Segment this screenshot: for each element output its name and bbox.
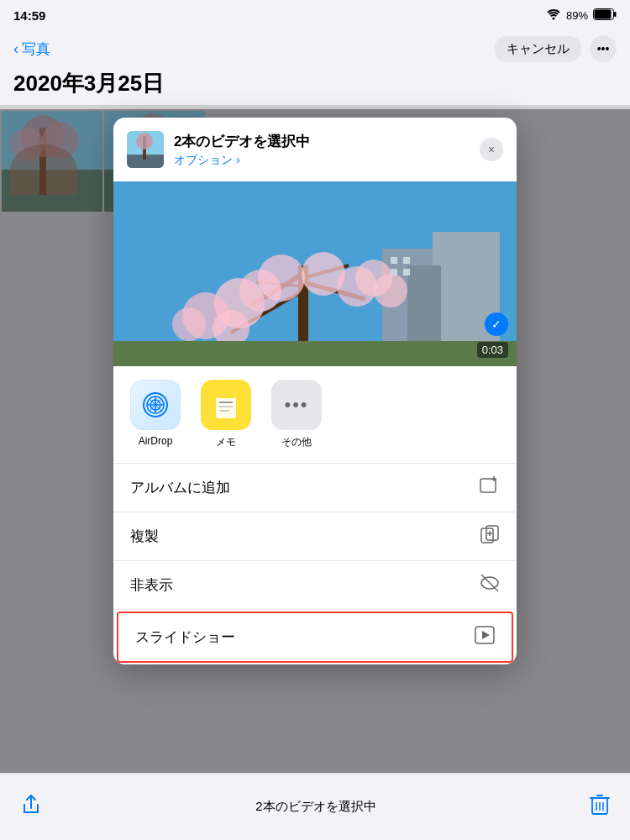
- close-button[interactable]: ×: [480, 138, 503, 161]
- share-sheet: 2本のビデオを選択中 オプション › ×: [113, 118, 517, 664]
- back-button[interactable]: ‹ 写真: [13, 39, 50, 59]
- share-title: 2本のビデオを選択中: [174, 132, 503, 151]
- battery-icon: [593, 8, 617, 23]
- option-link[interactable]: オプション ›: [174, 153, 503, 168]
- add-to-album-label: アルバムに追加: [130, 478, 230, 497]
- trash-button[interactable]: [590, 794, 610, 821]
- svg-rect-22: [391, 257, 397, 264]
- airdrop-icon: [130, 380, 181, 430]
- page-title-bar: 2020年3月25日: [0, 67, 630, 105]
- share-header: 2本のビデオを選択中 オプション › ×: [113, 118, 517, 181]
- back-label: 写真: [22, 39, 50, 59]
- svg-rect-48: [219, 402, 233, 403]
- page-title: 2020年3月25日: [13, 69, 617, 98]
- hide-label: 非表示: [130, 575, 173, 595]
- other-icon-item[interactable]: ••• その他: [271, 380, 322, 449]
- svg-point-41: [374, 274, 407, 307]
- status-time: 14:59: [13, 8, 45, 23]
- svg-point-40: [172, 307, 206, 341]
- memo-icon: [201, 380, 251, 430]
- svg-rect-49: [219, 406, 233, 407]
- preview-duration: 0:03: [477, 342, 508, 358]
- svg-point-35: [258, 255, 305, 302]
- svg-rect-50: [219, 410, 229, 412]
- status-right: 89%: [546, 8, 617, 23]
- other-icon: •••: [271, 380, 322, 430]
- nav-bar: ‹ 写真 キャンセル •••: [0, 30, 630, 67]
- svg-rect-42: [113, 341, 517, 366]
- svg-marker-61: [482, 631, 490, 639]
- chevron-left-icon: ‹: [13, 40, 18, 58]
- nav-right-buttons: キャンセル •••: [495, 35, 617, 62]
- other-label: その他: [281, 435, 312, 449]
- add-to-album-icon: [480, 475, 500, 500]
- battery-text: 89%: [566, 9, 588, 22]
- bottom-bar: 2本のビデオを選択中: [0, 773, 630, 840]
- app-icons-row: AirDrop メモ ••• その他: [113, 366, 517, 456]
- wifi-icon: [546, 8, 561, 23]
- svg-rect-25: [403, 269, 410, 276]
- modal-overlay: 2本のビデオを選択中 オプション › ×: [0, 109, 630, 773]
- slideshow-item[interactable]: スライドショー: [117, 612, 513, 663]
- preview-check: ✓: [485, 312, 508, 336]
- share-button[interactable]: [20, 794, 42, 821]
- svg-rect-3: [595, 9, 612, 18]
- airdrop-icon-item[interactable]: AirDrop: [130, 380, 181, 449]
- duplicate-icon: [480, 524, 500, 549]
- share-thumb: [127, 131, 164, 168]
- slideshow-icon: [475, 625, 495, 649]
- hide-item[interactable]: 非表示: [113, 561, 517, 610]
- duplicate-label: 複製: [130, 527, 159, 546]
- more-button[interactable]: •••: [590, 35, 617, 62]
- duplicate-item[interactable]: 複製: [113, 512, 517, 561]
- action-list: アルバムに追加 複製: [113, 463, 517, 663]
- svg-rect-47: [216, 391, 236, 398]
- cancel-button[interactable]: キャンセル: [495, 36, 581, 62]
- preview-image: ✓ 0:03: [113, 181, 517, 366]
- memo-icon-item[interactable]: メモ: [201, 380, 251, 449]
- svg-rect-23: [403, 257, 410, 264]
- svg-point-17: [136, 133, 153, 150]
- share-title-area: 2本のビデオを選択中 オプション ›: [174, 132, 503, 168]
- svg-point-0: [552, 17, 554, 19]
- airdrop-label: AirDrop: [139, 435, 173, 447]
- more-icon: •••: [597, 42, 610, 55]
- svg-rect-2: [614, 12, 617, 17]
- hide-icon: [480, 573, 500, 597]
- add-to-album-item[interactable]: アルバムに追加: [113, 464, 517, 512]
- slideshow-label: スライドショー: [135, 627, 235, 647]
- close-icon: ×: [488, 143, 495, 156]
- status-bar: 14:59 89%: [0, 0, 630, 30]
- bottom-title: 2本のビデオを選択中: [255, 799, 375, 815]
- memo-label: メモ: [216, 435, 236, 449]
